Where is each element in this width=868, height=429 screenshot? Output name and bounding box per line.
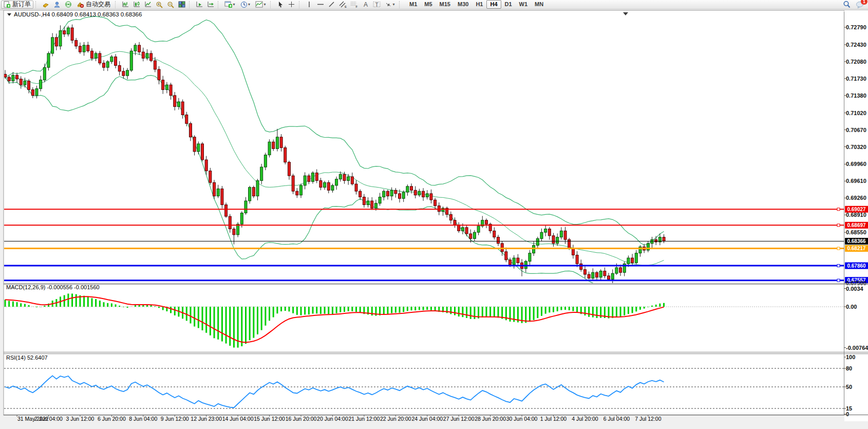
equidistant-channel-icon[interactable]: E xyxy=(337,0,348,9)
candle xyxy=(572,248,574,255)
candle xyxy=(16,75,18,79)
svg-text:F: F xyxy=(356,5,358,8)
signals-icon[interactable] xyxy=(63,0,73,9)
new-chart-dropdown[interactable]: ▾ xyxy=(222,0,237,9)
candle xyxy=(465,228,468,234)
candle xyxy=(201,144,204,160)
candle xyxy=(611,273,614,279)
arrows-dropdown[interactable]: ▾ xyxy=(383,0,397,9)
search-icon[interactable] xyxy=(841,0,852,9)
candle xyxy=(583,270,586,274)
candle xyxy=(292,176,294,191)
timeframe-H1[interactable]: H1 xyxy=(472,0,486,9)
cursor-icon[interactable] xyxy=(275,0,286,9)
candle xyxy=(477,226,480,232)
level-handle[interactable] xyxy=(837,247,840,250)
candle xyxy=(59,31,62,46)
candle xyxy=(442,208,444,212)
text-label-icon[interactable]: T xyxy=(371,0,382,9)
price-axis-label: 0.72790 xyxy=(846,24,866,30)
timeframe-M1[interactable]: M1 xyxy=(406,0,421,9)
timeframe-H4[interactable]: H4 xyxy=(486,0,501,9)
candle xyxy=(162,80,164,90)
candlestick-chart-icon[interactable] xyxy=(131,0,142,9)
candle xyxy=(169,85,172,96)
timeframe-M5[interactable]: M5 xyxy=(421,0,436,9)
candle xyxy=(383,191,385,197)
candle xyxy=(418,191,421,195)
chart-title: AUDUSD-,H4 0.68409 0.68413 0.68363 0.683… xyxy=(14,11,142,17)
zoom-out-icon[interactable] xyxy=(165,0,176,9)
price-axis-label: 0.70670 xyxy=(846,127,866,133)
community-icon[interactable] xyxy=(51,0,62,9)
candle xyxy=(327,182,330,190)
candle xyxy=(339,174,342,179)
text-icon[interactable]: A xyxy=(360,0,371,9)
candle xyxy=(315,173,318,180)
tile-windows-icon[interactable] xyxy=(176,0,187,9)
candle xyxy=(106,62,109,67)
macd-axis-label: -0.007643 xyxy=(846,345,868,351)
market-icon[interactable] xyxy=(40,0,51,9)
fibonacci-icon[interactable]: F xyxy=(349,0,360,9)
svg-text:T: T xyxy=(375,2,379,8)
candle xyxy=(165,85,168,89)
candle xyxy=(603,271,606,275)
templates-dropdown[interactable]: ▾ xyxy=(253,0,268,9)
candle xyxy=(505,252,507,260)
level-handle[interactable] xyxy=(837,208,840,211)
vertical-line-icon[interactable] xyxy=(304,0,314,9)
candle xyxy=(272,142,275,148)
new-order-button[interactable]: 新订单 xyxy=(1,1,33,9)
candle xyxy=(75,41,78,46)
timeframe-W1[interactable]: W1 xyxy=(516,0,532,9)
candle xyxy=(588,274,590,278)
date-axis-label: 2 Jun 04:00 xyxy=(34,416,63,422)
timeframe-M30[interactable]: M30 xyxy=(454,0,472,9)
horizontal-line-icon[interactable] xyxy=(315,0,326,9)
candle xyxy=(71,28,73,40)
candle xyxy=(51,38,54,53)
timeframe-D1[interactable]: D1 xyxy=(501,0,516,9)
candle xyxy=(324,182,326,187)
timeframe-M15[interactable]: M15 xyxy=(436,0,454,9)
candle xyxy=(90,51,93,58)
candle xyxy=(28,81,30,90)
notifications-icon[interactable]: 1 xyxy=(854,0,865,9)
chart-frame xyxy=(4,10,844,415)
price-axis-label: 0.69260 xyxy=(846,195,866,201)
line-chart-icon[interactable] xyxy=(142,0,153,9)
chart-shift-icon[interactable] xyxy=(205,0,216,9)
candle xyxy=(115,57,117,66)
candle xyxy=(4,74,7,77)
candle xyxy=(501,244,503,252)
candle xyxy=(40,80,42,89)
candle xyxy=(402,192,405,198)
level-handle[interactable] xyxy=(837,265,840,267)
candle xyxy=(35,89,38,96)
candle xyxy=(138,45,141,52)
auto-scroll-icon[interactable] xyxy=(194,0,204,9)
svg-text:0.67860: 0.67860 xyxy=(847,263,866,269)
candle xyxy=(150,53,153,61)
candle xyxy=(627,258,630,264)
crosshair-icon[interactable] xyxy=(286,0,297,9)
candle xyxy=(63,31,66,34)
toolbar: 新订单 自动交易 ▾ ▾ ▾ E F A T ▾ xyxy=(0,0,868,9)
candle xyxy=(280,137,282,148)
periods-dropdown[interactable]: ▾ xyxy=(238,0,253,9)
bar-chart-icon[interactable] xyxy=(120,0,130,9)
autotrading-button[interactable]: 自动交易 xyxy=(74,1,113,9)
price-chart[interactable]: 0.690270.686970.682170.678600.675570.683… xyxy=(0,0,868,429)
level-handle[interactable] xyxy=(837,224,840,227)
candle xyxy=(209,171,212,183)
trendline-icon[interactable] xyxy=(326,0,337,9)
zoom-in-icon[interactable] xyxy=(154,0,164,9)
candle xyxy=(556,237,559,244)
toolbar-separator xyxy=(35,1,38,8)
timeframe-MN[interactable]: MN xyxy=(531,0,547,9)
candle xyxy=(367,201,369,205)
level-handle[interactable] xyxy=(837,279,840,282)
candle xyxy=(351,177,353,184)
price-axis-label: 0.72080 xyxy=(846,59,866,65)
